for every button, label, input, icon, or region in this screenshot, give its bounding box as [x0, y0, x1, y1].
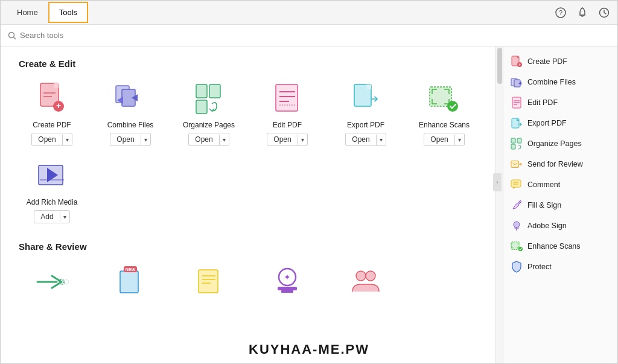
create-edit-tools-grid: + Create PDF Open ▾	[19, 81, 477, 223]
svg-text:?: ?	[559, 9, 562, 16]
combine-files-btn-group[interactable]: Open ▾	[110, 133, 150, 146]
rp-protect[interactable]: Protect	[503, 257, 617, 277]
svg-rect-15	[196, 100, 207, 113]
search-input[interactable]	[20, 31, 141, 40]
svg-point-24	[447, 101, 458, 112]
export-pdf-open-btn[interactable]: Open	[346, 133, 375, 145]
create-pdf-open-btn[interactable]: Open	[32, 133, 62, 145]
enhance-scans-open-btn[interactable]: Open	[424, 133, 454, 145]
tool-share-arrow	[19, 264, 85, 300]
main-layout: Create & Edit +	[1, 46, 617, 363]
svg-rect-22	[366, 85, 371, 89]
enhance-scans-name: Enhance Scans	[419, 121, 470, 129]
organize-pages-name: Organize Pages	[183, 121, 235, 129]
rp-fill-sign[interactable]: Fill & Sign	[503, 195, 617, 216]
svg-rect-56	[511, 180, 521, 187]
rp-send-for-review-icon	[511, 158, 523, 170]
panel-collapse-handle[interactable]: ›	[493, 173, 502, 191]
add-rich-media-icon	[34, 158, 70, 194]
rp-organize-pages-icon	[511, 138, 523, 150]
section-share-review: Share & Review	[19, 241, 477, 300]
rp-export-pdf[interactable]: Export PDF	[503, 113, 617, 133]
tab-home[interactable]: Home	[7, 2, 48, 22]
rp-create-pdf-icon: +	[511, 56, 523, 68]
svg-rect-29	[120, 271, 138, 293]
organize-pages-arrow-btn[interactable]: ▾	[219, 135, 229, 145]
top-bar-actions: ?	[553, 5, 611, 20]
rp-create-pdf-label: Create PDF	[527, 57, 567, 66]
rp-combine-files-label: Combine Files	[527, 78, 576, 86]
svg-rect-32	[199, 270, 218, 293]
tool-share-people	[333, 264, 399, 300]
rp-adobe-sign[interactable]: Adobe Sign	[503, 216, 617, 236]
scroll-thumb[interactable]	[497, 48, 502, 84]
rp-protect-icon	[511, 261, 523, 273]
rp-enhance-scans-icon	[511, 240, 523, 252]
rp-export-pdf-label: Export PDF	[527, 119, 567, 127]
share-review-tools-grid: NEW	[19, 264, 477, 300]
share-arrow-icon	[34, 264, 70, 300]
export-pdf-btn-group[interactable]: Open ▾	[345, 133, 386, 146]
rp-comment-label: Comment	[527, 180, 560, 189]
rp-combine-files-icon	[511, 76, 523, 88]
organize-pages-open-btn[interactable]: Open	[189, 133, 218, 145]
nav-tabs: Home Tools	[7, 2, 88, 23]
combine-files-open-btn[interactable]: Open	[110, 133, 140, 145]
rp-organize-pages[interactable]: Organize Pages	[503, 133, 617, 154]
tool-organize-pages: Organize Pages Open ▾	[176, 81, 242, 146]
add-rich-media-add-btn[interactable]: Add	[34, 211, 59, 223]
svg-point-28	[64, 279, 69, 284]
rp-edit-pdf[interactable]: Edit PDF	[503, 92, 617, 113]
svg-text:+: +	[518, 63, 521, 67]
history-icon[interactable]	[597, 5, 611, 20]
add-rich-media-btn-group[interactable]: Add ▾	[34, 210, 69, 223]
enhance-scans-btn-group[interactable]: Open ▾	[424, 133, 464, 146]
edit-pdf-btn-group[interactable]: Open ▾	[267, 133, 307, 146]
organize-pages-icon	[191, 81, 227, 117]
tool-share-note	[176, 264, 242, 300]
create-pdf-name: Create PDF	[33, 121, 71, 129]
tool-add-rich-media: Add Rich Media Add ▾	[19, 158, 85, 223]
rp-comment[interactable]: Comment	[503, 174, 617, 195]
rp-enhance-scans-label: Enhance Scans	[527, 242, 581, 251]
enhance-scans-arrow-btn[interactable]: ▾	[454, 135, 464, 145]
search-bar	[1, 25, 617, 46]
add-rich-media-name: Add Rich Media	[27, 198, 78, 206]
svg-line-4	[14, 37, 16, 39]
help-icon[interactable]: ?	[553, 5, 568, 20]
create-pdf-arrow-btn[interactable]: ▾	[62, 135, 72, 145]
tool-enhance-scans: Enhance Scans Open ▾	[411, 81, 477, 146]
section-create-edit: Create & Edit +	[19, 59, 477, 223]
rp-combine-files[interactable]: Combine Files	[503, 72, 617, 92]
share-people-icon	[348, 264, 384, 300]
tool-export-pdf: Export PDF Open ▾	[333, 81, 399, 146]
svg-point-59	[514, 222, 520, 228]
tool-share-new: NEW	[97, 264, 164, 300]
add-rich-media-arrow-btn[interactable]: ▾	[60, 212, 69, 222]
tool-edit-pdf: Edit PDF Open ▾	[254, 81, 320, 146]
rp-adobe-sign-icon	[511, 220, 523, 232]
combine-files-icon	[112, 81, 148, 117]
combine-files-arrow-btn[interactable]: ▾	[141, 135, 150, 145]
create-pdf-btn-group[interactable]: Open ▾	[31, 133, 72, 146]
rp-comment-icon	[511, 179, 523, 191]
share-new-icon: NEW	[112, 264, 148, 300]
rp-send-for-review[interactable]: Send for Review	[503, 154, 617, 174]
export-pdf-arrow-btn[interactable]: ▾	[376, 135, 386, 145]
svg-rect-55	[511, 161, 519, 168]
edit-pdf-open-btn[interactable]: Open	[267, 133, 297, 145]
bell-icon[interactable]	[575, 5, 590, 20]
organize-pages-btn-group[interactable]: Open ▾	[188, 133, 229, 146]
export-pdf-icon	[348, 81, 384, 117]
edit-pdf-arrow-btn[interactable]: ▾	[298, 135, 307, 145]
enhance-scans-icon	[426, 81, 462, 117]
tab-tools[interactable]: Tools	[48, 2, 88, 23]
scrollbar[interactable]	[495, 46, 503, 363]
rp-enhance-scans[interactable]: Enhance Scans	[503, 236, 617, 257]
rp-fill-sign-icon	[511, 199, 523, 211]
svg-point-40	[356, 271, 366, 281]
rp-export-pdf-icon	[511, 117, 523, 129]
tool-combine-files: Combine Files Open ▾	[97, 81, 164, 146]
rp-edit-pdf-icon	[511, 97, 523, 109]
rp-create-pdf[interactable]: + Create PDF	[503, 51, 617, 72]
